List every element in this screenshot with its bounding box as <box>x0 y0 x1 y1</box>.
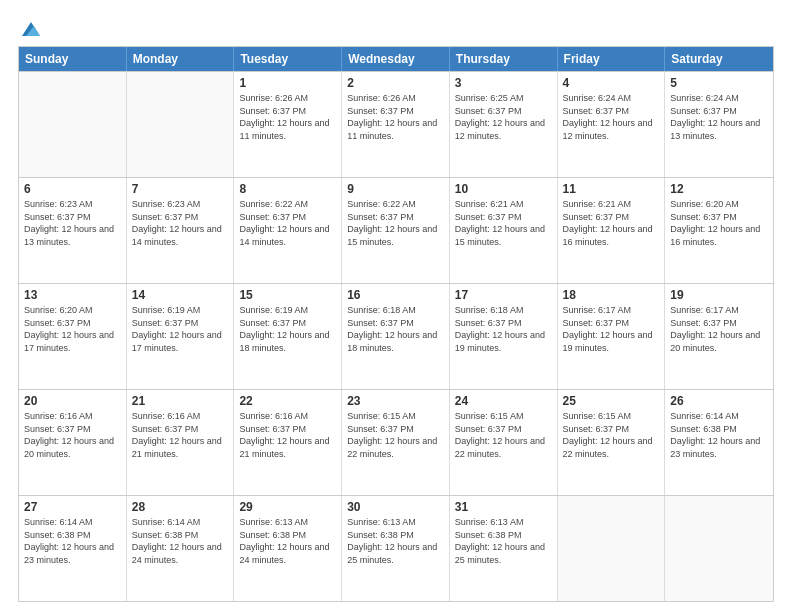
day-number: 9 <box>347 182 444 196</box>
calendar-cell: 11Sunrise: 6:21 AM Sunset: 6:37 PM Dayli… <box>558 178 666 283</box>
day-number: 3 <box>455 76 552 90</box>
calendar-cell: 27Sunrise: 6:14 AM Sunset: 6:38 PM Dayli… <box>19 496 127 601</box>
calendar-header-cell: Sunday <box>19 47 127 71</box>
day-number: 25 <box>563 394 660 408</box>
calendar-header-cell: Tuesday <box>234 47 342 71</box>
day-info: Sunrise: 6:22 AM Sunset: 6:37 PM Dayligh… <box>239 198 336 248</box>
day-number: 21 <box>132 394 229 408</box>
calendar-cell: 13Sunrise: 6:20 AM Sunset: 6:37 PM Dayli… <box>19 284 127 389</box>
day-number: 23 <box>347 394 444 408</box>
day-info: Sunrise: 6:15 AM Sunset: 6:37 PM Dayligh… <box>347 410 444 460</box>
calendar-header-cell: Wednesday <box>342 47 450 71</box>
day-info: Sunrise: 6:18 AM Sunset: 6:37 PM Dayligh… <box>455 304 552 354</box>
calendar-cell: 18Sunrise: 6:17 AM Sunset: 6:37 PM Dayli… <box>558 284 666 389</box>
calendar-cell: 25Sunrise: 6:15 AM Sunset: 6:37 PM Dayli… <box>558 390 666 495</box>
day-number: 11 <box>563 182 660 196</box>
day-number: 7 <box>132 182 229 196</box>
day-info: Sunrise: 6:20 AM Sunset: 6:37 PM Dayligh… <box>24 304 121 354</box>
day-number: 19 <box>670 288 768 302</box>
calendar-cell: 24Sunrise: 6:15 AM Sunset: 6:37 PM Dayli… <box>450 390 558 495</box>
calendar-cell: 12Sunrise: 6:20 AM Sunset: 6:37 PM Dayli… <box>665 178 773 283</box>
calendar-week: 13Sunrise: 6:20 AM Sunset: 6:37 PM Dayli… <box>19 283 773 389</box>
calendar-cell: 5Sunrise: 6:24 AM Sunset: 6:37 PM Daylig… <box>665 72 773 177</box>
calendar-week: 1Sunrise: 6:26 AM Sunset: 6:37 PM Daylig… <box>19 71 773 177</box>
day-info: Sunrise: 6:19 AM Sunset: 6:37 PM Dayligh… <box>239 304 336 354</box>
calendar-cell: 30Sunrise: 6:13 AM Sunset: 6:38 PM Dayli… <box>342 496 450 601</box>
day-info: Sunrise: 6:13 AM Sunset: 6:38 PM Dayligh… <box>347 516 444 566</box>
calendar-cell: 10Sunrise: 6:21 AM Sunset: 6:37 PM Dayli… <box>450 178 558 283</box>
calendar: SundayMondayTuesdayWednesdayThursdayFrid… <box>18 46 774 602</box>
calendar-cell: 6Sunrise: 6:23 AM Sunset: 6:37 PM Daylig… <box>19 178 127 283</box>
calendar-cell: 20Sunrise: 6:16 AM Sunset: 6:37 PM Dayli… <box>19 390 127 495</box>
calendar-week: 20Sunrise: 6:16 AM Sunset: 6:37 PM Dayli… <box>19 389 773 495</box>
calendar-cell: 1Sunrise: 6:26 AM Sunset: 6:37 PM Daylig… <box>234 72 342 177</box>
day-info: Sunrise: 6:21 AM Sunset: 6:37 PM Dayligh… <box>563 198 660 248</box>
day-info: Sunrise: 6:22 AM Sunset: 6:37 PM Dayligh… <box>347 198 444 248</box>
day-info: Sunrise: 6:24 AM Sunset: 6:37 PM Dayligh… <box>670 92 768 142</box>
day-info: Sunrise: 6:15 AM Sunset: 6:37 PM Dayligh… <box>455 410 552 460</box>
calendar-cell: 4Sunrise: 6:24 AM Sunset: 6:37 PM Daylig… <box>558 72 666 177</box>
day-info: Sunrise: 6:17 AM Sunset: 6:37 PM Dayligh… <box>670 304 768 354</box>
day-number: 13 <box>24 288 121 302</box>
calendar-cell <box>127 72 235 177</box>
calendar-header: SundayMondayTuesdayWednesdayThursdayFrid… <box>19 47 773 71</box>
day-number: 18 <box>563 288 660 302</box>
header <box>18 18 774 36</box>
calendar-cell: 26Sunrise: 6:14 AM Sunset: 6:38 PM Dayli… <box>665 390 773 495</box>
calendar-body: 1Sunrise: 6:26 AM Sunset: 6:37 PM Daylig… <box>19 71 773 601</box>
calendar-cell: 15Sunrise: 6:19 AM Sunset: 6:37 PM Dayli… <box>234 284 342 389</box>
calendar-cell: 7Sunrise: 6:23 AM Sunset: 6:37 PM Daylig… <box>127 178 235 283</box>
day-number: 22 <box>239 394 336 408</box>
day-info: Sunrise: 6:19 AM Sunset: 6:37 PM Dayligh… <box>132 304 229 354</box>
day-number: 17 <box>455 288 552 302</box>
calendar-cell <box>665 496 773 601</box>
day-number: 30 <box>347 500 444 514</box>
day-info: Sunrise: 6:25 AM Sunset: 6:37 PM Dayligh… <box>455 92 552 142</box>
day-number: 8 <box>239 182 336 196</box>
calendar-week: 27Sunrise: 6:14 AM Sunset: 6:38 PM Dayli… <box>19 495 773 601</box>
day-number: 31 <box>455 500 552 514</box>
day-info: Sunrise: 6:16 AM Sunset: 6:37 PM Dayligh… <box>132 410 229 460</box>
calendar-cell: 17Sunrise: 6:18 AM Sunset: 6:37 PM Dayli… <box>450 284 558 389</box>
day-number: 2 <box>347 76 444 90</box>
calendar-cell: 29Sunrise: 6:13 AM Sunset: 6:38 PM Dayli… <box>234 496 342 601</box>
calendar-header-cell: Friday <box>558 47 666 71</box>
day-info: Sunrise: 6:23 AM Sunset: 6:37 PM Dayligh… <box>132 198 229 248</box>
calendar-cell: 22Sunrise: 6:16 AM Sunset: 6:37 PM Dayli… <box>234 390 342 495</box>
day-number: 28 <box>132 500 229 514</box>
day-info: Sunrise: 6:14 AM Sunset: 6:38 PM Dayligh… <box>132 516 229 566</box>
day-number: 27 <box>24 500 121 514</box>
day-info: Sunrise: 6:14 AM Sunset: 6:38 PM Dayligh… <box>670 410 768 460</box>
calendar-cell: 8Sunrise: 6:22 AM Sunset: 6:37 PM Daylig… <box>234 178 342 283</box>
day-info: Sunrise: 6:24 AM Sunset: 6:37 PM Dayligh… <box>563 92 660 142</box>
logo-icon <box>20 18 42 40</box>
day-info: Sunrise: 6:20 AM Sunset: 6:37 PM Dayligh… <box>670 198 768 248</box>
day-number: 20 <box>24 394 121 408</box>
day-number: 26 <box>670 394 768 408</box>
day-info: Sunrise: 6:23 AM Sunset: 6:37 PM Dayligh… <box>24 198 121 248</box>
calendar-week: 6Sunrise: 6:23 AM Sunset: 6:37 PM Daylig… <box>19 177 773 283</box>
day-number: 10 <box>455 182 552 196</box>
calendar-cell: 3Sunrise: 6:25 AM Sunset: 6:37 PM Daylig… <box>450 72 558 177</box>
calendar-cell <box>558 496 666 601</box>
calendar-cell: 31Sunrise: 6:13 AM Sunset: 6:38 PM Dayli… <box>450 496 558 601</box>
day-number: 6 <box>24 182 121 196</box>
calendar-cell: 23Sunrise: 6:15 AM Sunset: 6:37 PM Dayli… <box>342 390 450 495</box>
calendar-cell: 2Sunrise: 6:26 AM Sunset: 6:37 PM Daylig… <box>342 72 450 177</box>
day-number: 1 <box>239 76 336 90</box>
calendar-cell: 28Sunrise: 6:14 AM Sunset: 6:38 PM Dayli… <box>127 496 235 601</box>
calendar-cell <box>19 72 127 177</box>
day-info: Sunrise: 6:13 AM Sunset: 6:38 PM Dayligh… <box>455 516 552 566</box>
page: SundayMondayTuesdayWednesdayThursdayFrid… <box>0 0 792 612</box>
day-info: Sunrise: 6:13 AM Sunset: 6:38 PM Dayligh… <box>239 516 336 566</box>
day-number: 16 <box>347 288 444 302</box>
day-info: Sunrise: 6:18 AM Sunset: 6:37 PM Dayligh… <box>347 304 444 354</box>
day-info: Sunrise: 6:17 AM Sunset: 6:37 PM Dayligh… <box>563 304 660 354</box>
calendar-cell: 14Sunrise: 6:19 AM Sunset: 6:37 PM Dayli… <box>127 284 235 389</box>
calendar-header-cell: Monday <box>127 47 235 71</box>
day-info: Sunrise: 6:26 AM Sunset: 6:37 PM Dayligh… <box>347 92 444 142</box>
logo <box>18 18 42 36</box>
day-number: 4 <box>563 76 660 90</box>
day-info: Sunrise: 6:15 AM Sunset: 6:37 PM Dayligh… <box>563 410 660 460</box>
calendar-header-cell: Saturday <box>665 47 773 71</box>
